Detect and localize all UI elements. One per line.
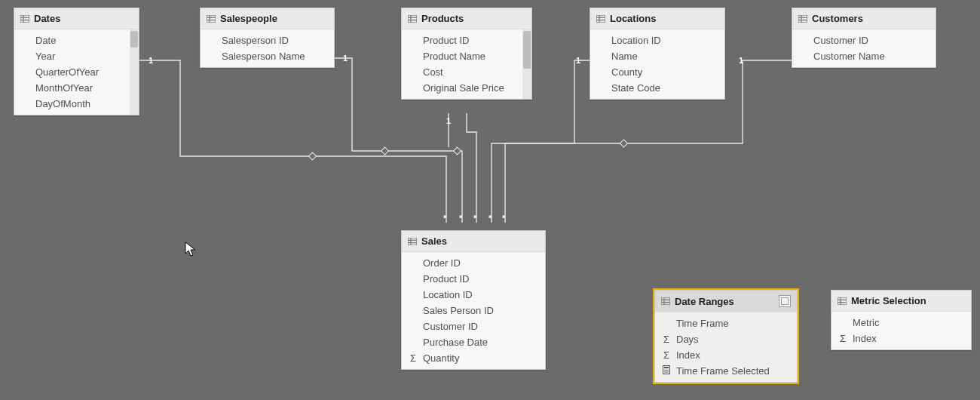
- svg-point-21: [666, 370, 667, 371]
- svg-rect-19: [664, 367, 669, 368]
- svg-point-25: [667, 371, 669, 373]
- sigma-icon: Σ: [408, 352, 418, 364]
- field-row[interactable]: Customer ID: [402, 318, 545, 334]
- table-icon: [798, 15, 807, 23]
- field-row[interactable]: Date: [14, 32, 139, 48]
- svg-point-20: [664, 370, 666, 371]
- field-row[interactable]: ΣDays: [655, 331, 797, 347]
- field-row[interactable]: Customer ID: [792, 32, 936, 48]
- table-header[interactable]: Sales: [402, 231, 545, 252]
- table-icon: [20, 15, 29, 23]
- field-row[interactable]: ΣIndex: [655, 347, 797, 363]
- field-list: Date Year QuarterOfYear MonthOfYear DayO…: [14, 29, 139, 115]
- field-row[interactable]: Customer Name: [792, 48, 936, 64]
- field-row[interactable]: Cost: [402, 64, 531, 80]
- svg-rect-7: [620, 140, 628, 147]
- table-products[interactable]: Products Product ID Product Name Cost Or…: [401, 8, 532, 100]
- svg-text:*: *: [443, 214, 447, 223]
- table-title: Sales: [421, 235, 447, 247]
- table-icon: [207, 15, 216, 23]
- svg-text:1: 1: [149, 56, 153, 65]
- field-row[interactable]: State Code: [590, 80, 724, 96]
- field-row[interactable]: QuarterOfYear: [14, 64, 139, 80]
- table-title: Locations: [610, 13, 656, 24]
- svg-rect-6: [454, 147, 461, 155]
- table-header[interactable]: Salespeople: [201, 8, 334, 29]
- field-row[interactable]: ΣQuantity: [402, 350, 545, 366]
- field-row[interactable]: County: [590, 64, 724, 80]
- table-header[interactable]: Dates: [14, 8, 139, 29]
- table-customers[interactable]: Customers Customer ID Customer Name: [792, 8, 936, 68]
- field-row[interactable]: Sales Person ID: [402, 303, 545, 318]
- table-title: Dates: [34, 13, 60, 24]
- table-icon: [596, 15, 605, 23]
- field-row[interactable]: Product ID: [402, 32, 531, 48]
- sigma-icon: Σ: [661, 334, 672, 345]
- svg-text:*: *: [459, 214, 463, 223]
- svg-text:*: *: [502, 214, 506, 223]
- field-list: Order ID Product ID Location ID Sales Pe…: [402, 252, 545, 369]
- mouse-cursor-icon: [185, 242, 198, 258]
- field-row[interactable]: Location ID: [402, 287, 545, 303]
- field-row[interactable]: Metric: [831, 315, 971, 331]
- field-row[interactable]: Time Frame Selected: [655, 363, 797, 379]
- svg-text:1: 1: [343, 54, 348, 63]
- field-row[interactable]: Product ID: [402, 271, 545, 287]
- svg-rect-4: [309, 152, 317, 160]
- field-row[interactable]: MonthOfYear: [14, 80, 139, 96]
- sigma-icon: Σ: [661, 349, 672, 361]
- field-row[interactable]: Location ID: [590, 32, 724, 48]
- field-list: Time Frame ΣDays ΣIndex Time Frame Selec…: [655, 312, 797, 382]
- table-date-ranges[interactable]: Date Ranges Time Frame ΣDays ΣIndex Time…: [654, 290, 798, 383]
- field-list: Metric ΣIndex: [831, 312, 971, 349]
- field-list: Salesperson ID Salesperson Name: [201, 29, 334, 67]
- sigma-icon: Σ: [838, 333, 848, 344]
- table-title: Customers: [812, 13, 863, 24]
- table-title: Metric Selection: [851, 295, 926, 306]
- table-header[interactable]: Customers: [792, 8, 936, 29]
- field-row[interactable]: Order ID: [402, 255, 545, 271]
- field-list: Customer ID Customer Name: [792, 29, 936, 67]
- field-row[interactable]: Salesperson Name: [201, 48, 334, 64]
- table-icon: [838, 297, 847, 305]
- table-options-button[interactable]: [779, 295, 791, 307]
- field-list: Product ID Product Name Cost Original Sa…: [402, 29, 531, 99]
- table-header[interactable]: Metric Selection: [831, 291, 971, 312]
- field-row[interactable]: Purchase Date: [402, 334, 545, 350]
- table-metric-selection[interactable]: Metric Selection Metric ΣIndex: [831, 290, 972, 350]
- table-header[interactable]: Products: [402, 8, 531, 29]
- svg-text:1: 1: [739, 56, 743, 65]
- table-title: Products: [421, 13, 464, 24]
- table-dates[interactable]: Dates Date Year QuarterOfYear MonthOfYea…: [14, 8, 139, 115]
- table-salespeople[interactable]: Salespeople Salesperson ID Salesperson N…: [200, 8, 335, 68]
- field-row[interactable]: Original Sale Price: [402, 80, 531, 96]
- table-title: Salespeople: [220, 13, 277, 24]
- table-sales[interactable]: Sales Order ID Product ID Location ID Sa…: [401, 230, 546, 370]
- svg-rect-5: [381, 147, 389, 155]
- field-row[interactable]: Product Name: [402, 48, 531, 64]
- table-title: Date Ranges: [675, 296, 734, 307]
- field-list: Location ID Name County State Code: [590, 29, 724, 99]
- svg-point-24: [666, 371, 667, 373]
- svg-point-23: [664, 371, 666, 373]
- field-row[interactable]: Year: [14, 48, 139, 64]
- svg-text:1: 1: [576, 56, 580, 65]
- svg-text:1: 1: [446, 116, 451, 125]
- scrollbar[interactable]: [130, 29, 139, 115]
- field-row[interactable]: Salesperson ID: [201, 32, 334, 48]
- svg-text:*: *: [488, 214, 492, 223]
- field-row[interactable]: Name: [590, 48, 724, 64]
- table-icon: [408, 238, 417, 245]
- table-icon: [408, 15, 417, 23]
- field-row[interactable]: DayOfMonth: [14, 96, 139, 112]
- table-header[interactable]: Date Ranges: [655, 291, 797, 312]
- svg-point-22: [667, 370, 669, 371]
- table-header[interactable]: Locations: [590, 8, 724, 29]
- table-icon: [661, 297, 670, 305]
- field-row[interactable]: Time Frame: [655, 315, 797, 331]
- calculator-icon: [661, 365, 672, 377]
- scrollbar[interactable]: [522, 29, 531, 99]
- field-row[interactable]: ΣIndex: [831, 331, 971, 346]
- table-locations[interactable]: Locations Location ID Name County State …: [590, 8, 725, 100]
- svg-text:*: *: [473, 214, 477, 223]
